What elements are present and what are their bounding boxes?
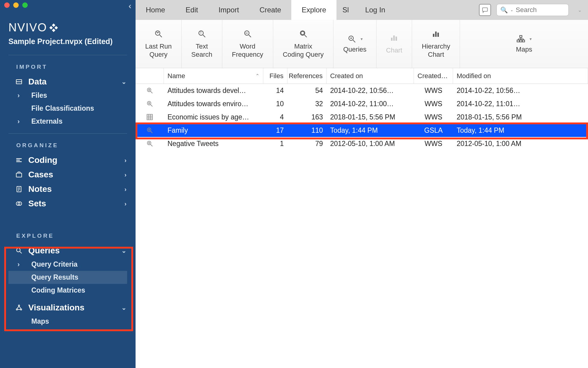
cell-references: 79 (287, 137, 327, 150)
col-files[interactable]: Files (263, 68, 287, 84)
section-label-import: IMPORT (0, 55, 136, 75)
row-type-icon (136, 84, 164, 97)
word-frequency-icon: W (243, 29, 252, 40)
ribbon-hierarchy-chart[interactable]: Hierarchy Chart (412, 20, 460, 68)
main-area: Home Edit Import Create Explore Sl Log I… (136, 0, 588, 368)
table-row[interactable]: Economic issues by age…41632018-01-15, 5… (136, 110, 588, 124)
search-side-dropdown[interactable]: ⌄ (574, 4, 585, 16)
queries-icon (15, 247, 23, 255)
ribbon-label: Text Search (191, 42, 212, 59)
minimize-window-icon[interactable] (13, 2, 19, 8)
section-label-explore: EXPLORE (0, 220, 136, 243)
tab-edit[interactable]: Edit (175, 0, 208, 20)
row-type-icon (136, 97, 164, 110)
svg-line-13 (20, 252, 22, 253)
svg-rect-20 (483, 8, 488, 11)
ribbon-word-frequency[interactable]: W Word Frequency (222, 20, 273, 68)
tab-explore[interactable]: Explore (291, 0, 336, 20)
sidebar-item-coding-matrices[interactable]: Coding Matrices (0, 284, 136, 297)
cell-created-on: 2014-10-22, 10:56… (327, 84, 414, 97)
cell-files: 4 (263, 110, 287, 124)
sidebar-item-label: Sets (28, 199, 46, 208)
tab-login[interactable]: Log In (355, 0, 396, 20)
sidebar-item-query-results[interactable]: Query Results (8, 271, 127, 284)
sidebar-item-coding[interactable]: Coding › (0, 153, 136, 167)
row-type-icon (136, 110, 164, 124)
svg-point-63 (147, 141, 151, 145)
ribbon-last-run-query[interactable]: Last Run Query (136, 20, 182, 68)
ribbon-maps[interactable]: ▾ Maps (460, 20, 588, 68)
sidebar-item-sets[interactable]: Sets › (0, 196, 136, 211)
tab-create[interactable]: Create (249, 0, 291, 20)
sidebar-item-files[interactable]: Files (0, 89, 136, 102)
tab-home[interactable]: Home (136, 0, 175, 20)
sidebar-item-externals[interactable]: Externals (0, 115, 136, 128)
cell-files: 10 (263, 97, 287, 110)
col-created-by[interactable]: Created… (414, 68, 453, 84)
svg-rect-5 (16, 173, 22, 177)
col-name[interactable]: Name ⌃ (164, 68, 263, 84)
sets-icon (15, 200, 23, 208)
ribbon-queries-dropdown[interactable]: ▾ Queries (333, 20, 376, 68)
col-modified-on[interactable]: Modified on (453, 68, 588, 84)
sidebar-item-file-classifications[interactable]: File Classifications (0, 102, 136, 115)
row-type-icon (136, 137, 164, 150)
tab-sl[interactable]: Sl (336, 0, 355, 20)
sidebar-item-cases[interactable]: Cases › (0, 167, 136, 182)
sidebar-item-label: Queries (28, 246, 60, 255)
cell-created-on: 2012-05-10, 1:00 AM (327, 137, 414, 150)
sidebar-item-label: Query Results (31, 273, 78, 281)
svg-text:T: T (200, 31, 202, 35)
cell-created-by: WWS (414, 137, 453, 150)
svg-text:W: W (245, 32, 248, 35)
cell-modified-on: 2018-01-15, 5:56 PM (453, 110, 588, 124)
chevron-down-icon: ⌄ (121, 304, 127, 311)
sidebar-item-label: Coding Matrices (31, 286, 85, 294)
col-references[interactable]: References (287, 68, 327, 84)
cell-files: 14 (263, 84, 287, 97)
col-icon[interactable] (136, 68, 164, 84)
table-row[interactable]: Negative Tweets1792012-05-10, 1:00 AMWWS… (136, 137, 588, 150)
ribbon-matrix-coding-query[interactable]: Matrix Coding Query (273, 20, 334, 68)
svg-rect-39 (435, 31, 437, 37)
table-row[interactable]: Attitudes towards enviro…10322014-10-22,… (136, 97, 588, 110)
table-row[interactable]: Attitudes towards devel…14542014-10-22, … (136, 84, 588, 97)
svg-point-49 (147, 88, 151, 92)
chevron-right-icon: › (124, 200, 127, 207)
search-dropdown-caret-icon[interactable]: ⌄ (510, 8, 513, 12)
ribbon-text-search[interactable]: T Text Search (182, 20, 222, 68)
svg-line-24 (203, 35, 205, 37)
ribbon-label: Chart (386, 46, 402, 55)
sidebar-item-queries[interactable]: Queries ⌄ (0, 243, 136, 258)
svg-rect-42 (517, 40, 520, 42)
global-search[interactable]: 🔍 ⌄ (496, 4, 569, 16)
visualizations-icon (15, 304, 23, 312)
close-window-icon[interactable] (4, 2, 10, 8)
cell-references: 163 (287, 110, 327, 124)
matrix-coding-icon (299, 29, 308, 40)
text-search-icon: T (197, 29, 206, 40)
ribbon-toolbar: Last Run Query T Text Search W Word Freq… (136, 20, 588, 68)
table-row[interactable]: Family17110Today, 1:44 PMGSLAToday, 1:44… (136, 124, 588, 137)
fullscreen-window-icon[interactable] (22, 2, 28, 8)
cell-created-on: 2018-01-15, 5:56 PM (327, 110, 414, 124)
sidebar-item-query-criteria[interactable]: Query Criteria (0, 258, 136, 271)
col-label: References (289, 72, 323, 80)
sidebar-item-notes[interactable]: Notes › (0, 182, 136, 196)
maps-icon: ▾ (516, 34, 532, 43)
messages-icon[interactable] (479, 4, 491, 16)
svg-line-18 (19, 306, 21, 309)
chevron-right-icon: › (124, 186, 127, 193)
tab-import[interactable]: Import (208, 0, 249, 20)
collapse-sidebar-icon[interactable]: ‹ (129, 2, 131, 10)
sidebar-item-maps[interactable]: Maps (0, 315, 136, 328)
window-controls (0, 0, 136, 10)
col-created-on[interactable]: Created on (327, 68, 414, 84)
cell-created-by: WWS (414, 110, 453, 124)
cell-name: Negative Tweets (164, 137, 263, 150)
sidebar-item-data[interactable]: Data ⌄ (0, 75, 136, 89)
sidebar-item-visualizations[interactable]: Visualizations ⌄ (0, 300, 136, 315)
chevron-down-icon: ⌄ (121, 247, 127, 254)
svg-rect-44 (522, 40, 525, 42)
svg-line-64 (151, 144, 152, 146)
